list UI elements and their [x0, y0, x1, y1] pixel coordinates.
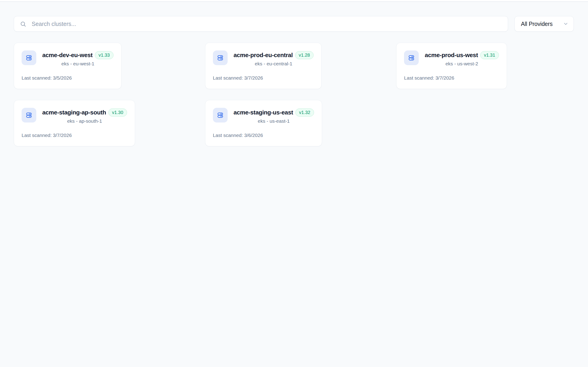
- cluster-provider-region: eks - eu-west-1: [61, 61, 95, 67]
- provider-filter-value: All Providers: [521, 21, 553, 27]
- cluster-provider-region: eks - us-east-1: [258, 118, 290, 124]
- last-scanned-label: Last scanned: 3/7/2026: [22, 133, 127, 138]
- cluster-card[interactable]: acme-staging-us-east v1.32 eks - us-east…: [205, 100, 322, 146]
- top-window-edge: [0, 0, 588, 2]
- version-badge: v1.31: [480, 51, 499, 59]
- cluster-card-header: acme-staging-us-east v1.32 eks - us-east…: [213, 108, 314, 124]
- chevron-down-icon: [563, 21, 569, 27]
- server-stack-icon: [26, 54, 32, 61]
- cluster-icon-box: [404, 50, 419, 65]
- cluster-provider-region: eks - ap-south-1: [67, 118, 102, 124]
- cluster-card[interactable]: acme-dev-eu-west v1.33 eks - eu-west-1 L…: [14, 43, 121, 89]
- cluster-card-header: acme-prod-us-west v1.31 eks - us-west-2: [404, 50, 499, 67]
- cluster-text: acme-staging-us-east v1.32 eks - us-east…: [233, 108, 314, 124]
- cluster-text: acme-dev-eu-west v1.33 eks - eu-west-1: [42, 50, 113, 67]
- cluster-card-header: acme-dev-eu-west v1.33 eks - eu-west-1: [22, 50, 113, 67]
- cluster-name: acme-prod-us-west: [425, 52, 478, 59]
- server-stack-icon: [217, 112, 224, 119]
- cluster-card[interactable]: acme-prod-us-west v1.31 eks - us-west-2 …: [396, 43, 507, 89]
- search-input[interactable]: [32, 21, 502, 27]
- cluster-icon-box: [213, 50, 228, 65]
- server-stack-icon: [408, 54, 415, 61]
- cluster-card[interactable]: acme-staging-ap-south v1.30 eks - ap-sou…: [14, 100, 135, 146]
- server-stack-icon: [217, 54, 224, 61]
- cluster-card-header: acme-staging-ap-south v1.30 eks - ap-sou…: [22, 108, 127, 124]
- last-scanned-label: Last scanned: 3/6/2026: [213, 133, 314, 138]
- toolbar: All Providers: [14, 16, 574, 32]
- cluster-provider-region: eks - eu-central-1: [255, 61, 292, 67]
- cluster-card-header: acme-prod-eu-central v1.28 eks - eu-cent…: [213, 50, 314, 67]
- cluster-text: acme-prod-eu-central v1.28 eks - eu-cent…: [233, 50, 314, 67]
- cluster-icon-box: [213, 108, 228, 123]
- provider-filter-dropdown[interactable]: All Providers: [515, 16, 574, 32]
- cluster-icon-box: [22, 108, 36, 123]
- version-badge: v1.30: [108, 108, 127, 117]
- cluster-provider-region: eks - us-west-2: [445, 61, 478, 67]
- version-badge: v1.28: [295, 51, 314, 59]
- version-badge: v1.32: [295, 108, 314, 117]
- cluster-name: acme-staging-us-east: [233, 109, 293, 116]
- cluster-name: acme-staging-ap-south: [42, 109, 106, 116]
- clusters-page: All Providers acme-dev-: [0, 2, 588, 146]
- cluster-name: acme-prod-eu-central: [233, 52, 293, 59]
- cluster-text: acme-prod-us-west v1.31 eks - us-west-2: [425, 50, 499, 67]
- last-scanned-label: Last scanned: 3/5/2026: [22, 75, 113, 81]
- cluster-text: acme-staging-ap-south v1.30 eks - ap-sou…: [42, 108, 127, 124]
- cluster-card[interactable]: acme-prod-eu-central v1.28 eks - eu-cent…: [205, 43, 322, 89]
- search-icon: [20, 21, 26, 27]
- cluster-grid: acme-dev-eu-west v1.33 eks - eu-west-1 L…: [14, 43, 574, 146]
- server-stack-icon: [26, 112, 32, 119]
- search-box: [14, 16, 508, 32]
- cluster-name: acme-dev-eu-west: [42, 52, 93, 59]
- version-badge: v1.33: [95, 51, 113, 59]
- last-scanned-label: Last scanned: 3/7/2026: [213, 75, 314, 81]
- cluster-icon-box: [22, 50, 36, 65]
- last-scanned-label: Last scanned: 3/7/2026: [404, 75, 499, 81]
